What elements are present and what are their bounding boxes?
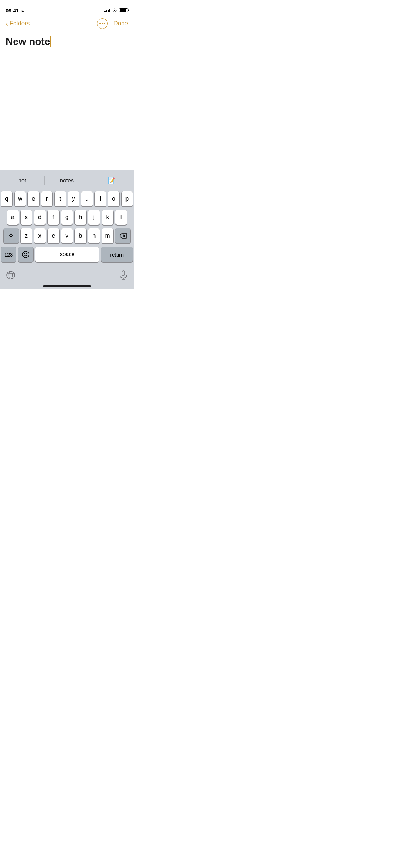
key-n[interactable]: n	[88, 228, 100, 243]
key-e[interactable]: e	[28, 191, 39, 206]
key-p[interactable]: p	[122, 191, 133, 206]
globe-button[interactable]	[6, 270, 16, 280]
key-row-2: a s d f g h j k l	[1, 210, 133, 225]
suggestion-notes[interactable]: notes	[45, 173, 89, 188]
key-u[interactable]: u	[81, 191, 93, 206]
shift-icon	[8, 233, 14, 239]
key-rows: q w e r t y u i o p a s d f g h j k l	[0, 188, 134, 267]
status-icons: ☉	[104, 7, 128, 13]
note-title[interactable]: New note	[6, 36, 128, 48]
svg-point-16	[22, 251, 29, 258]
suggestion-not[interactable]: not	[0, 173, 44, 188]
key-d[interactable]: d	[34, 210, 46, 225]
key-s[interactable]: s	[21, 210, 32, 225]
key-b[interactable]: b	[75, 228, 86, 243]
svg-rect-13	[10, 236, 12, 238]
key-g[interactable]: g	[61, 210, 73, 225]
battery-icon	[119, 8, 128, 12]
status-time: 09:41 ►	[6, 7, 25, 14]
svg-point-18	[26, 253, 27, 254]
key-t[interactable]: t	[55, 191, 66, 206]
key-m[interactable]: m	[102, 228, 113, 243]
signal-icon	[104, 8, 110, 12]
key-c[interactable]: c	[48, 228, 59, 243]
key-backspace[interactable]	[115, 228, 130, 243]
key-emoji[interactable]	[18, 247, 33, 262]
mic-button[interactable]	[119, 270, 128, 280]
key-row-3: z x c v b n m	[1, 228, 133, 243]
home-indicator	[0, 283, 134, 289]
key-v[interactable]: v	[61, 228, 73, 243]
key-f[interactable]: f	[48, 210, 59, 225]
back-button[interactable]: ‹ Folders	[6, 20, 30, 27]
key-q[interactable]: q	[1, 191, 12, 206]
status-bar: 09:41 ► ☉	[0, 0, 134, 16]
key-l[interactable]: l	[115, 210, 127, 225]
key-row-4: 123 space return	[1, 247, 133, 262]
key-y[interactable]: y	[68, 191, 79, 206]
key-i[interactable]: i	[95, 191, 106, 206]
backspace-icon	[119, 233, 127, 239]
chevron-left-icon: ‹	[6, 20, 8, 27]
globe-icon	[6, 270, 16, 280]
done-button[interactable]: Done	[113, 20, 128, 27]
nav-bar: ‹ Folders ••• Done	[0, 16, 134, 31]
key-123[interactable]: 123	[1, 247, 16, 262]
key-r[interactable]: r	[41, 191, 53, 206]
back-label: Folders	[10, 20, 30, 27]
key-j[interactable]: j	[88, 210, 100, 225]
key-z[interactable]: z	[21, 228, 32, 243]
nav-right: ••• Done	[97, 18, 128, 29]
key-shift[interactable]	[4, 228, 19, 243]
key-o[interactable]: o	[108, 191, 119, 206]
key-h[interactable]: h	[75, 210, 86, 225]
suggestions-row: not notes 📝	[0, 173, 134, 188]
more-button[interactable]: •••	[97, 18, 108, 29]
key-a[interactable]: a	[7, 210, 19, 225]
key-k[interactable]: k	[102, 210, 113, 225]
note-area[interactable]: New note	[0, 31, 134, 52]
key-x[interactable]: x	[34, 228, 46, 243]
key-row-1: q w e r t y u i o p	[1, 191, 133, 206]
text-cursor	[50, 36, 51, 47]
key-return[interactable]: return	[101, 247, 133, 262]
svg-point-17	[24, 253, 25, 254]
keyboard: not notes 📝 q w e r t y u i o p a s d f …	[0, 173, 134, 289]
key-space[interactable]: space	[35, 247, 99, 262]
emoji-icon	[22, 250, 30, 258]
suggestion-emoji[interactable]: 📝	[89, 173, 134, 188]
key-w[interactable]: w	[15, 191, 26, 206]
ellipsis-icon: •••	[99, 21, 106, 26]
keyboard-bottom	[0, 267, 134, 283]
mic-icon	[119, 270, 128, 280]
wifi-icon: ☉	[112, 7, 117, 13]
home-bar	[43, 285, 91, 287]
svg-rect-24	[122, 271, 125, 276]
